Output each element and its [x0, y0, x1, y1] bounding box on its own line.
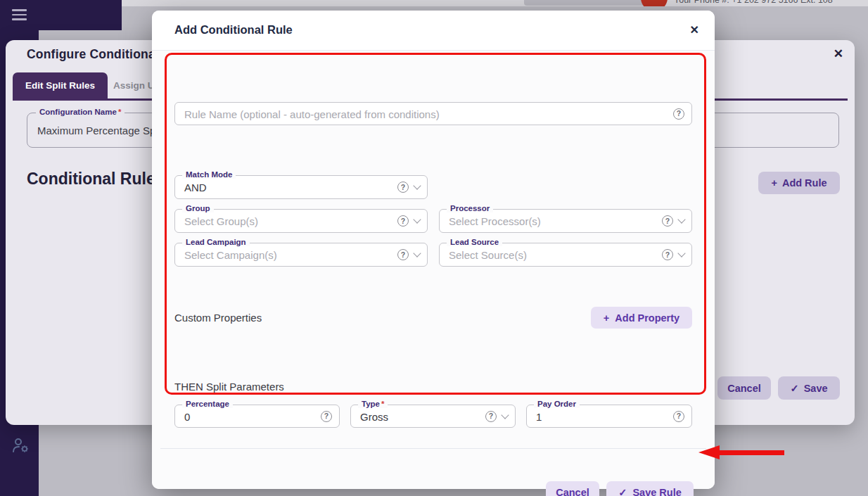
- percentage-label: Percentage: [182, 400, 233, 408]
- processor-placeholder: Select Processor(s): [449, 215, 541, 227]
- hamburger-menu-icon[interactable]: [12, 9, 27, 20]
- lead-campaign-placeholder: Select Campaign(s): [184, 249, 277, 261]
- arrow-tail: [718, 450, 784, 455]
- chevron-down-icon: [677, 249, 685, 257]
- help-icon[interactable]: ?: [673, 108, 684, 120]
- modal-header: Add Conditional Rule ✕: [152, 11, 715, 51]
- chevron-down-icon: [413, 249, 421, 257]
- type-label: Type: [362, 400, 380, 408]
- topbar-search-pill[interactable]: [524, 0, 647, 6]
- configuration-name-label: Configuration Name: [39, 108, 117, 116]
- help-icon[interactable]: ?: [662, 215, 673, 227]
- chevron-down-icon: [413, 182, 421, 189]
- lead-source-placeholder: Select Source(s): [449, 249, 527, 261]
- lead-campaign-select[interactable]: Lead Campaign Select Campaign(s) ?: [174, 243, 428, 267]
- type-select[interactable]: Type* Gross ?: [350, 405, 516, 428]
- required-asterisk: *: [381, 400, 384, 408]
- custom-properties-label: Custom Properties: [174, 312, 262, 324]
- chevron-down-icon: [501, 411, 509, 419]
- user-avatar[interactable]: [641, 0, 668, 6]
- lead-source-select[interactable]: Lead Source Select Source(s) ?: [439, 243, 692, 267]
- footer-divider: [160, 448, 706, 449]
- configuration-name-value: Maximum Percentage Spli: [37, 125, 160, 136]
- add-conditional-rule-modal: Add Conditional Rule ✕ Rule Name (option…: [152, 11, 715, 489]
- dialog-save-button[interactable]: ✓ Save: [778, 376, 840, 400]
- match-mode-select[interactable]: Match Mode AND ?: [174, 175, 428, 199]
- help-icon[interactable]: ?: [485, 411, 497, 422]
- percentage-value: 0: [184, 410, 190, 422]
- help-icon[interactable]: ?: [321, 411, 332, 422]
- group-label: Group: [182, 204, 214, 212]
- lead-campaign-label: Lead Campaign: [182, 238, 250, 246]
- plus-icon: +: [771, 177, 777, 189]
- plus-icon: +: [604, 312, 609, 324]
- help-icon[interactable]: ?: [662, 249, 673, 260]
- type-value: Gross: [360, 410, 388, 422]
- percentage-input[interactable]: Percentage 0 ?: [174, 405, 340, 428]
- modal-body: Rule Name (optional - auto-generated fro…: [152, 51, 715, 489]
- check-icon: ✓: [790, 383, 798, 394]
- user-phone-text: Your Phone #: +1 202 972 5166 Ext. 108: [674, 0, 833, 5]
- modal-close-icon[interactable]: ✕: [690, 23, 699, 37]
- required-asterisk: *: [118, 108, 121, 116]
- match-mode-label: Match Mode: [182, 170, 236, 179]
- processor-label: Processor: [447, 204, 493, 212]
- chevron-down-icon: [677, 215, 685, 223]
- add-property-button[interactable]: + Add Property: [591, 307, 692, 329]
- chevron-down-icon: [413, 215, 421, 223]
- dialog-close-icon[interactable]: ✕: [834, 46, 843, 61]
- group-select[interactable]: Group Select Group(s) ?: [174, 209, 428, 233]
- rule-name-input[interactable]: Rule Name (optional - auto-generated fro…: [174, 102, 692, 125]
- help-icon[interactable]: ?: [673, 411, 684, 422]
- pay-order-value: 1: [536, 410, 542, 422]
- pay-order-label: Pay Order: [534, 400, 580, 408]
- rule-name-placeholder: Rule Name (optional - auto-generated fro…: [184, 108, 440, 120]
- processor-select[interactable]: Processor Select Processor(s) ?: [439, 209, 692, 233]
- help-icon[interactable]: ?: [397, 215, 409, 227]
- help-icon[interactable]: ?: [397, 249, 409, 260]
- save-rule-button[interactable]: ✓ Save Rule: [606, 481, 694, 496]
- pay-order-input[interactable]: Pay Order 1 ?: [526, 405, 692, 428]
- user-settings-icon[interactable]: [11, 436, 30, 459]
- modal-cancel-button[interactable]: Cancel: [546, 481, 599, 496]
- lead-source-label: Lead Source: [447, 238, 502, 246]
- tab-edit-split-rules[interactable]: Edit Split Rules: [13, 72, 108, 98]
- conditional-rule-heading: Conditional Rule: [27, 170, 155, 189]
- topbar: Your Phone #: +1 202 972 5166 Ext. 108: [0, 0, 868, 6]
- help-icon[interactable]: ?: [397, 182, 409, 193]
- dialog-cancel-button[interactable]: Cancel: [717, 376, 771, 400]
- match-mode-value: AND: [184, 182, 207, 193]
- modal-title: Add Conditional Rule: [174, 23, 293, 37]
- add-rule-button[interactable]: + Add Rule: [758, 172, 840, 194]
- group-placeholder: Select Group(s): [184, 215, 258, 227]
- then-split-parameters-label: THEN Split Parameters: [174, 381, 284, 393]
- check-icon: ✓: [618, 487, 627, 496]
